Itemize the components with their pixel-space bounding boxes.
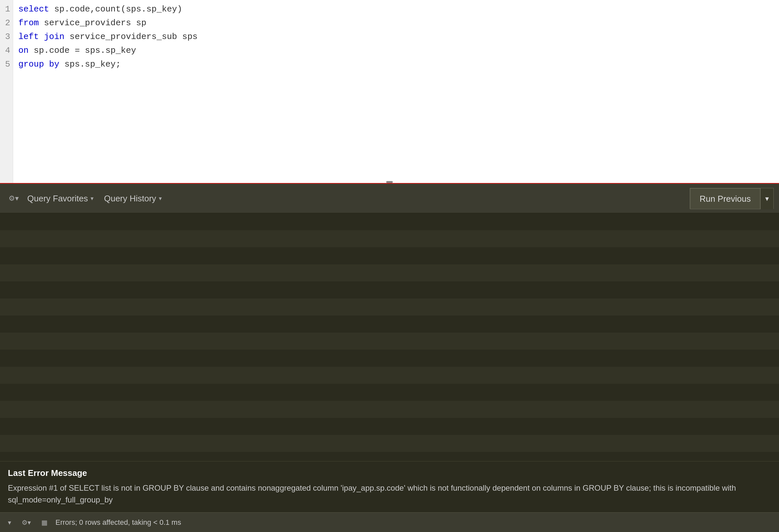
settings-icon: ⚙▾	[8, 194, 19, 203]
result-stripe-3	[0, 247, 779, 264]
result-stripe-12	[0, 401, 779, 418]
line-num-5: 5	[5, 58, 10, 71]
error-area: Last Error Message Expression #1 of SELE…	[0, 461, 779, 512]
toolbar: ⚙▾ Query Favorites ▾ Query History ▾ Run…	[0, 184, 779, 213]
result-stripe-5	[0, 281, 779, 298]
code-line-5: group by sps.sp_key;	[18, 58, 774, 71]
code-text-3: service_providers_sub sps	[64, 30, 197, 44]
line-num-2: 2	[5, 16, 10, 30]
result-stripe-8	[0, 333, 779, 350]
line-num-4: 4	[5, 44, 10, 58]
resize-handle[interactable]	[386, 181, 393, 183]
keyword-group-by: group by	[18, 58, 59, 71]
status-table-icon-button[interactable]: ▦	[39, 517, 50, 528]
code-line-2: from service_providers sp	[18, 16, 774, 30]
keyword-select: select	[18, 3, 49, 16]
result-stripe-14	[0, 435, 779, 452]
run-previous-dropdown-chevron: ▾	[765, 195, 769, 203]
query-favorites-chevron: ▾	[91, 195, 94, 202]
result-stripe-1	[0, 213, 779, 230]
result-stripe-4	[0, 264, 779, 281]
query-history-chevron: ▾	[159, 195, 162, 202]
settings-icon-button[interactable]: ⚙▾	[5, 192, 22, 205]
query-favorites-label: Query Favorites	[27, 194, 88, 204]
result-stripe-2	[0, 230, 779, 247]
status-settings-icon-button[interactable]: ⚙▾	[19, 517, 34, 528]
error-message: Expression #1 of SELECT list is not in G…	[8, 482, 771, 506]
run-previous-container: Run Previous ▾	[690, 188, 774, 209]
keyword-from: from	[18, 16, 39, 30]
query-history-label: Query History	[104, 194, 156, 204]
status-text: Errors; 0 rows affected, taking < 0.1 ms	[55, 518, 181, 527]
code-line-1: select sp.code,count(sps.sp_key)	[18, 3, 774, 16]
editor-area: 1 2 3 4 5 select sp.code,count(sps.sp_ke…	[0, 0, 779, 184]
keyword-left-join: left join	[18, 30, 64, 44]
status-bar: ▾ ⚙▾ ▦ Errors; 0 rows affected, taking <…	[0, 512, 779, 532]
query-favorites-button[interactable]: Query Favorites ▾	[22, 191, 99, 206]
code-editor[interactable]: select sp.code,count(sps.sp_key) from se…	[13, 0, 779, 183]
status-settings-icon: ⚙▾	[22, 519, 31, 526]
result-stripe-15	[0, 452, 779, 461]
run-previous-label: Run Previous	[700, 194, 751, 204]
result-stripe-9	[0, 350, 779, 367]
table-icon: ▦	[41, 519, 48, 526]
run-previous-dropdown-button[interactable]: ▾	[760, 188, 773, 209]
run-previous-button[interactable]: Run Previous	[690, 188, 760, 209]
line-numbers: 1 2 3 4 5	[0, 0, 13, 183]
result-stripe-13	[0, 418, 779, 435]
error-title: Last Error Message	[8, 468, 771, 478]
code-line-4: on sp.code = sps.sp_key	[18, 44, 774, 58]
code-text-2: service_providers sp	[39, 16, 146, 30]
code-text-4: sp.code = sps.sp_key	[28, 44, 136, 58]
result-stripe-11	[0, 384, 779, 401]
result-stripe-6	[0, 298, 779, 316]
status-down-icon-button[interactable]: ▾	[5, 517, 14, 528]
line-num-1: 1	[5, 3, 10, 16]
result-stripe-10	[0, 367, 779, 384]
line-num-3: 3	[5, 30, 10, 44]
query-history-button[interactable]: Query History ▾	[99, 191, 167, 206]
results-area	[0, 213, 779, 461]
keyword-on: on	[18, 44, 28, 58]
down-icon: ▾	[8, 519, 11, 526]
result-stripe-7	[0, 316, 779, 333]
code-text-1: sp.code,count(sps.sp_key)	[49, 3, 182, 16]
code-text-5: sps.sp_key;	[59, 58, 121, 71]
code-line-3: left join service_providers_sub sps	[18, 30, 774, 44]
